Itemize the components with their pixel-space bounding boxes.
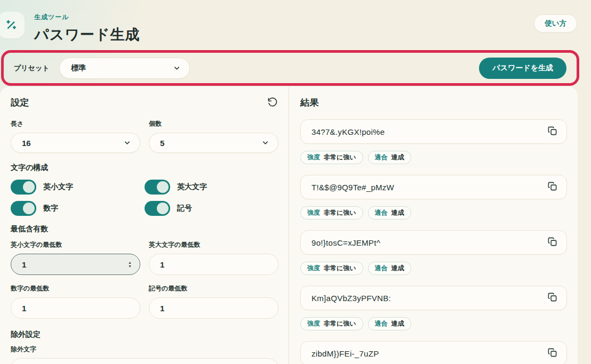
toggle-lowercase[interactable]: 英小文字 [11, 180, 145, 195]
toggle-label: 英大文字 [177, 182, 207, 192]
toggle-symbols[interactable]: 記号 [145, 201, 278, 216]
settings-panel: 設定 長さ 16 個数 5 [0, 87, 289, 364]
toggle-label: 記号 [177, 204, 192, 213]
strength-badge: 強度非常に強い [300, 262, 363, 275]
min-lowercase-input[interactable] [11, 254, 140, 274]
chevron-down-icon [123, 139, 131, 147]
min-lowercase-field: ▲▼ [11, 254, 140, 275]
copy-icon[interactable] [546, 292, 558, 304]
password-box: zibdM})FEi-_7uZP [300, 341, 567, 364]
min-digits-field [11, 297, 140, 319]
toggle-uppercase[interactable]: 英大文字 [145, 180, 278, 195]
password-text: Km]aQVbZ3yPFVNB: [312, 294, 391, 303]
fit-badge: 適合達成 [368, 206, 411, 220]
min-uppercase-label: 英大文字の最低数 [149, 240, 278, 249]
generate-password-button[interactable]: パスワードを生成 [479, 58, 566, 79]
min-symbols-field [149, 297, 278, 319]
number-stepper-icon[interactable]: ▲▼ [128, 261, 132, 268]
toggle-switch[interactable] [145, 180, 170, 195]
result-item: Km]aQVbZ3yPFVNB: 強度非常に強い 適合達成 [300, 286, 567, 330]
password-box: Km]aQVbZ3yPFVNB: [300, 286, 567, 310]
preset-select-value: 標準 [60, 63, 86, 73]
min-lowercase-label: 英小文字の最低数 [11, 240, 140, 249]
main-card: 設定 長さ 16 個数 5 [0, 87, 578, 364]
min-symbols-label: 記号の最低数 [149, 284, 278, 293]
fit-badge: 適合達成 [368, 317, 411, 330]
help-button[interactable]: 使い方 [534, 14, 577, 33]
count-label: 個数 [149, 119, 278, 128]
exclusion-title: 除外設定 [11, 330, 278, 339]
password-text: 34?7&.yKGX!poi%e [312, 127, 385, 136]
password-text: 9o!}tosC=xJEMPt^ [312, 238, 380, 247]
toggle-label: 英小文字 [43, 182, 73, 192]
password-box: T!&$@9Q9Te#_pMzW [300, 175, 567, 199]
fit-badge: 適合達成 [368, 262, 411, 275]
preset-label: プリセット [14, 63, 50, 73]
length-select-value: 16 [11, 139, 31, 148]
strength-badge: 強度非常に強い [300, 151, 363, 164]
strength-badge: 強度非常に強い [300, 317, 363, 330]
fit-badge: 適合達成 [368, 151, 411, 164]
toggle-digits[interactable]: 数字 [11, 201, 145, 216]
magic-wand-icon [0, 12, 25, 38]
result-item: T!&$@9Q9Te#_pMzW 強度非常に強い 適合達成 [300, 175, 567, 220]
page-title: パスワード生成 [34, 25, 140, 44]
min-uppercase-input[interactable] [149, 254, 278, 274]
toggle-switch[interactable] [145, 201, 170, 216]
chevron-down-icon [261, 139, 269, 147]
length-select[interactable]: 16 [11, 133, 140, 153]
composition-title: 文字の構成 [11, 163, 278, 173]
toggle-switch[interactable] [11, 180, 36, 195]
results-panel: 結果 34?7&.yKGX!poi%e 強度非常に強い 適合達成 T!&$@9Q… [289, 87, 578, 364]
password-box: 9o!}tosC=xJEMPt^ [300, 230, 567, 255]
result-item: 9o!}tosC=xJEMPt^ 強度非常に強い 適合達成 [300, 230, 567, 275]
chevron-down-icon [173, 64, 181, 72]
min-uppercase-field [149, 254, 278, 275]
toggle-label: 数字 [43, 204, 58, 213]
minimums-title: 最低含有数 [11, 224, 278, 234]
copy-icon[interactable] [546, 347, 558, 359]
result-item: zibdM})FEi-_7uZP [300, 341, 567, 364]
preset-select[interactable]: 標準 [59, 58, 190, 79]
reset-icon[interactable] [267, 97, 278, 109]
exclusion-field [11, 358, 278, 364]
copy-icon[interactable] [546, 126, 558, 137]
copy-icon[interactable] [546, 181, 558, 193]
page-header: 生成ツール パスワード生成 使い方 [0, 0, 591, 49]
min-digits-label: 数字の最低数 [11, 284, 140, 293]
length-label: 長さ [11, 119, 140, 128]
count-select-value: 5 [149, 139, 164, 148]
strength-badge: 強度非常に強い [300, 206, 363, 220]
count-select[interactable]: 5 [149, 133, 278, 153]
toggle-switch[interactable] [11, 201, 36, 216]
password-text: T!&$@9Q9Te#_pMzW [312, 183, 394, 192]
min-symbols-input[interactable] [149, 298, 278, 318]
breadcrumb-eyebrow: 生成ツール [34, 13, 140, 22]
password-text: zibdM})FEi-_7uZP [312, 349, 379, 358]
results-title: 結果 [300, 96, 319, 109]
preset-bar-annotated: プリセット 標準 パスワードを生成 [1, 50, 579, 86]
copy-icon[interactable] [546, 237, 558, 248]
min-digits-input[interactable] [11, 298, 140, 318]
settings-title: 設定 [11, 96, 29, 109]
exclusion-input[interactable] [11, 359, 278, 364]
password-box: 34?7&.yKGX!poi%e [300, 119, 567, 144]
exclusion-label: 除外文字 [11, 345, 278, 354]
result-item: 34?7&.yKGX!poi%e 強度非常に強い 適合達成 [300, 119, 567, 164]
